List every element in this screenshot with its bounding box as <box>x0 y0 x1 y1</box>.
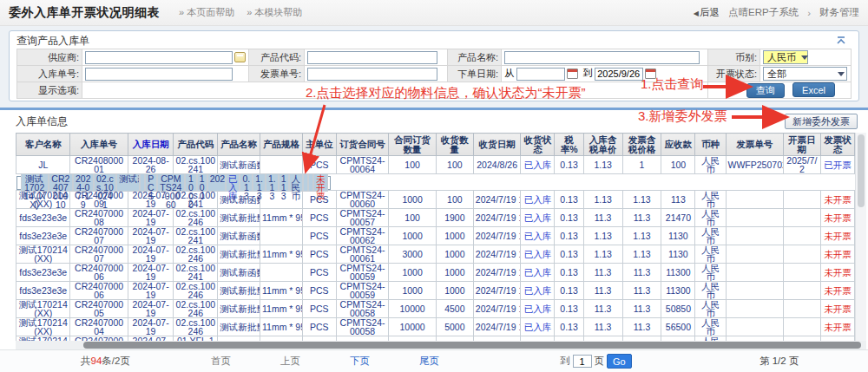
table-row[interactable]: 测试170214 (XX)CR2407000092024-07-1902.cs.… <box>16 191 855 209</box>
column-header-3[interactable]: 入库日期 <box>128 134 174 156</box>
cell: CR240700008 <box>70 209 128 227</box>
vertical-scrollbar-thumb[interactable] <box>858 134 865 207</box>
product-code-input[interactable] <box>307 51 437 64</box>
column-header-1[interactable]: 客户名称 <box>16 134 70 156</box>
table-row[interactable]: JLCR2408000012024-08-2602.cs.100241测试新函数… <box>16 156 855 174</box>
cell <box>260 156 302 174</box>
column-header-9[interactable]: 合同订货数量 <box>389 134 437 156</box>
table-row[interactable]: fds3e23e3eCR2407000072024-07-1902.cs.100… <box>16 227 855 245</box>
cell: 1.13 <box>583 156 622 174</box>
vertical-scrollbar[interactable] <box>855 133 866 349</box>
cell: 02.cs.100246 <box>174 318 218 336</box>
table-row[interactable]: fds3e23e3eCR2407000082024-07-1902.cs.100… <box>16 209 855 227</box>
cell: 02.cs.100246 <box>174 209 218 227</box>
back-button[interactable]: ◀后退 <box>694 6 720 19</box>
column-header-4[interactable]: 产品代码 <box>174 134 218 156</box>
cell: 2024-07-19 <box>128 300 174 318</box>
cell <box>783 318 820 336</box>
product-name-label: 产品名称: <box>448 49 502 66</box>
record-count: 共94条/2页 <box>81 350 130 372</box>
page-title: 委外入库单开票状况明细表 <box>9 5 160 21</box>
invoice-no-input[interactable] <box>307 68 437 81</box>
collapse-panel-icon[interactable] <box>836 36 846 44</box>
cell: CPMTS24-00058 <box>336 300 388 318</box>
column-header-5[interactable]: 产品名称 <box>218 134 260 156</box>
cell: 测试新批量领 <box>218 318 260 336</box>
table-row[interactable]: fds3e23e3eCR2407000062024-07-1902.cs.100… <box>16 264 855 282</box>
cell: 1130 <box>661 245 695 264</box>
column-header-13[interactable]: 税率% <box>555 134 583 156</box>
cell: 已入库 <box>521 318 555 336</box>
table-row[interactable]: fds3e23e3eCR2407000062024-07-1902.cs.100… <box>16 282 855 300</box>
inbound-no-input[interactable] <box>85 68 233 81</box>
cell: 1130 <box>661 227 695 245</box>
cell: 1.13 <box>622 227 661 245</box>
cell: 2024/7/19 10 <box>473 318 521 336</box>
cell: 人民币 <box>695 264 726 282</box>
column-header-17[interactable]: 币种 <box>695 134 726 156</box>
breadcrumb-module[interactable]: 财务管理 <box>819 6 859 19</box>
lookup-icon[interactable] <box>234 52 246 62</box>
product-name-input[interactable] <box>504 51 700 64</box>
prev-page-link[interactable]: 上页 <box>280 350 300 372</box>
cell: 11.3 <box>583 300 622 318</box>
cell: PCS <box>302 245 336 264</box>
horizontal-scrollbar[interactable] <box>16 341 866 349</box>
date-from-input[interactable] <box>516 68 565 81</box>
module-help-link[interactable]: » 本模块帮助 <box>247 6 302 19</box>
cell: 11.3 <box>583 264 622 282</box>
column-header-15[interactable]: 发票含税价格 <box>622 134 661 156</box>
cell: 11300 <box>661 282 695 300</box>
column-header-7[interactable]: 主单位 <box>302 134 336 156</box>
column-header-14[interactable]: 入库含税单价 <box>583 134 622 156</box>
column-header-8[interactable]: 订货合同号 <box>336 134 388 156</box>
cell: 1000 <box>436 264 473 282</box>
column-header-10[interactable]: 收货数量 <box>436 134 473 156</box>
cell <box>726 264 783 282</box>
cell: CR240700007 <box>70 227 128 245</box>
cell: 1 <box>622 156 661 174</box>
last-page-link[interactable]: 尾页 <box>419 350 439 372</box>
currency-select[interactable]: 人民币 <box>763 50 808 64</box>
page-number-input[interactable] <box>573 355 592 368</box>
next-page-link[interactable]: 下页 <box>350 350 370 372</box>
column-header-19[interactable]: 开票日期 <box>783 134 820 156</box>
help-links: » 本页面帮助 » 本模块帮助 <box>179 6 302 19</box>
date-to-input[interactable] <box>595 68 643 81</box>
cell: 2024-08-26 <box>128 156 174 174</box>
column-header-18[interactable]: 发票单号 <box>726 134 783 156</box>
table-row[interactable]: 测试170214 (XX)CR2407000072024-07-1902.cs.… <box>16 245 855 264</box>
cell: 0.13 <box>555 191 583 209</box>
table-row[interactable]: 测试170214 (XX)CR2407000052024-07-1902.cs.… <box>16 300 855 318</box>
cell: 测试新批量领 <box>218 282 260 300</box>
column-header-11[interactable]: 收货日期 <box>473 134 521 156</box>
supplier-input[interactable] <box>85 51 233 64</box>
table-row[interactable]: 测试170214 (XX)CR2407000042024-07-1902.cs.… <box>16 318 855 336</box>
breadcrumb-system[interactable]: 点晴ERP子系统 <box>728 6 799 19</box>
cell: 1.13 <box>583 245 622 264</box>
column-header-16[interactable]: 应收款 <box>661 134 695 156</box>
column-header-20[interactable]: 发票状态 <box>820 134 854 156</box>
search-button[interactable]: 查询 <box>746 83 785 98</box>
cell <box>783 227 820 245</box>
horizontal-scrollbar-thumb[interactable] <box>83 342 861 349</box>
cell: fds3e23e3e <box>16 209 70 227</box>
first-page-link[interactable]: 首页 <box>211 350 231 372</box>
excel-export-button[interactable]: Excel <box>792 82 835 97</box>
invoice-status-select[interactable]: 全部 <box>763 67 847 81</box>
cell: 测试新函数成 <box>218 264 260 282</box>
column-header-12[interactable]: 收货状态 <box>521 134 555 156</box>
go-button[interactable]: Go <box>607 354 632 369</box>
cell: 人民币 <box>289 173 304 192</box>
column-header-6[interactable]: 产品规格 <box>260 134 302 156</box>
date-from-label: 从 <box>504 68 514 78</box>
calendar-icon[interactable] <box>567 69 578 79</box>
table-row[interactable]: 测试170214 (XX)CR2407000102024-07-1902.cs.… <box>16 176 331 190</box>
cell: 测试170214 (XX) <box>16 245 70 264</box>
add-outsource-invoice-button[interactable]: 新增委外发票 <box>785 114 858 129</box>
column-header-2[interactable]: 入库单号 <box>70 134 128 156</box>
currency-label: 币别: <box>708 49 760 66</box>
cell: 11mm * 95m <box>260 300 302 318</box>
cell: 已入库 <box>521 209 555 227</box>
page-help-link[interactable]: » 本页面帮助 <box>179 6 234 19</box>
